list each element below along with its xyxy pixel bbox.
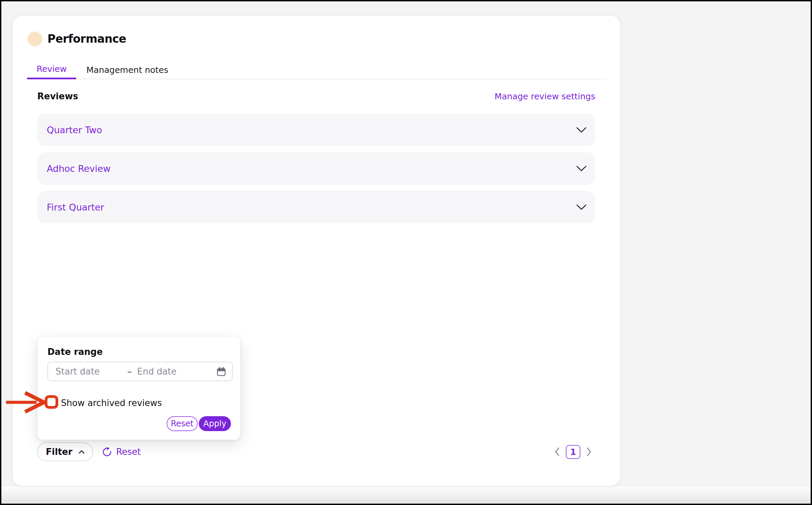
chevron-down-icon <box>576 127 586 133</box>
review-title: First Quarter <box>47 202 104 213</box>
date-separator: – <box>127 366 132 377</box>
review-title: Quarter Two <box>47 125 102 135</box>
performance-panel: Performance Review Management notes Revi… <box>12 15 621 486</box>
page-bottom-fade <box>1 487 811 504</box>
tab-management-notes[interactable]: Management notes <box>76 60 178 79</box>
reset-filters-button[interactable]: Reset <box>102 442 141 461</box>
review-list: Quarter Two Adhoc Review First Quarter <box>37 114 595 229</box>
chevron-up-icon <box>79 450 85 454</box>
popup-reset-button[interactable]: Reset <box>167 416 198 431</box>
review-title: Adhoc Review <box>47 163 111 174</box>
reset-filters-label: Reset <box>116 447 141 457</box>
filter-popup: Date range – Show archived reviews Reset… <box>37 336 240 440</box>
chevron-down-icon <box>576 166 586 171</box>
review-card[interactable]: Quarter Two <box>37 114 595 146</box>
page-title: Performance <box>47 31 126 47</box>
chevron-right-icon <box>586 447 592 456</box>
chevron-down-icon <box>576 204 586 210</box>
screenshot-frame: Performance Review Management notes Revi… <box>0 0 812 505</box>
popup-apply-button[interactable]: Apply <box>199 416 231 431</box>
end-date-input[interactable] <box>137 366 217 377</box>
filter-button-label: Filter <box>46 447 72 457</box>
manage-review-settings-link[interactable]: Manage review settings <box>494 92 595 101</box>
date-range-heading: Date range <box>47 345 103 358</box>
date-range-field: – <box>47 362 233 381</box>
avatar <box>27 32 42 46</box>
annotation-arrow <box>5 390 47 414</box>
annotation-highlight-ring <box>45 395 58 409</box>
section-heading: Reviews <box>37 91 78 101</box>
refresh-icon <box>102 447 112 457</box>
filter-button[interactable]: Filter <box>37 442 93 461</box>
show-archived-checkbox-row[interactable]: Show archived reviews <box>47 397 162 409</box>
current-page-button[interactable]: 1 <box>566 445 580 459</box>
review-card[interactable]: Adhoc Review <box>37 152 595 185</box>
tab-review-label: Review <box>37 64 67 74</box>
start-date-input[interactable] <box>56 366 127 377</box>
tab-management-notes-label: Management notes <box>86 65 168 75</box>
tab-bar: Review Management notes <box>27 60 607 79</box>
next-page-button[interactable] <box>585 446 593 458</box>
reviews-section-head: Reviews Manage review settings <box>37 88 595 104</box>
prev-page-button[interactable] <box>553 446 561 458</box>
chevron-left-icon <box>555 447 560 456</box>
calendar-icon[interactable] <box>217 367 226 376</box>
pagination: 1 <box>553 442 593 461</box>
tab-review[interactable]: Review <box>27 60 76 79</box>
review-card[interactable]: First Quarter <box>37 191 595 223</box>
show-archived-label: Show archived reviews <box>61 397 162 409</box>
